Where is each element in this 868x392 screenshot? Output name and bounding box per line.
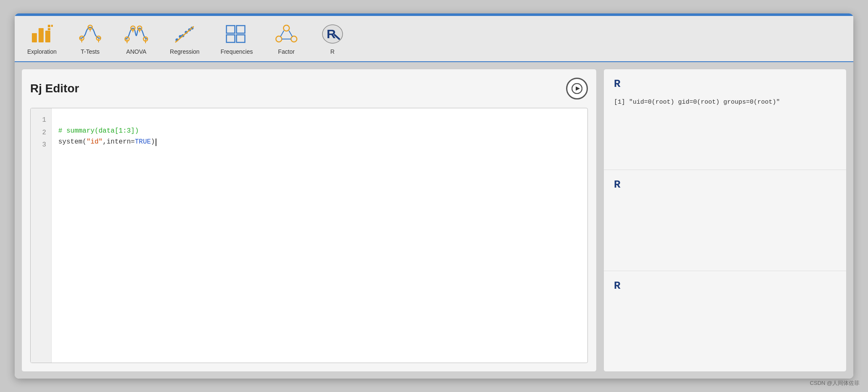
svg-point-33 [291, 36, 297, 42]
svg-rect-2 [45, 31, 50, 42]
r-icon: R [321, 22, 344, 46]
ttests-icon [78, 22, 102, 46]
regression-label: Regression [170, 48, 200, 55]
factor-icon [275, 22, 298, 46]
toolbar-item-exploration[interactable]: Exploration [23, 20, 61, 57]
output-r-label-1: R [614, 78, 836, 90]
anova-icon [125, 22, 148, 46]
toolbar-item-factor[interactable]: Factor [270, 20, 303, 57]
svg-point-32 [276, 36, 282, 42]
ttests-label: T-Tests [81, 48, 99, 55]
svg-rect-28 [236, 26, 245, 33]
output-section-1: R [1] "uid=0(root) gid=0(root) groups=0(… [604, 69, 846, 170]
anova-label: ANOVA [126, 48, 146, 55]
svg-rect-30 [236, 35, 245, 42]
output-text-2 [614, 196, 836, 203]
app-window: Exploration T-Tests [15, 13, 853, 379]
exploration-label: Exploration [27, 48, 57, 55]
output-text-3 [614, 297, 836, 304]
factor-label: Factor [278, 48, 295, 55]
svg-rect-5 [48, 28, 50, 30]
output-r-label-3: R [614, 280, 836, 292]
svg-line-34 [281, 31, 284, 37]
svg-point-31 [283, 25, 289, 31]
svg-rect-29 [226, 35, 235, 42]
svg-rect-3 [48, 25, 50, 27]
frequencies-label: Frequencies [221, 48, 253, 55]
output-panel: R [1] "uid=0(root) gid=0(root) groups=0(… [603, 69, 847, 372]
toolbar-item-r[interactable]: R R [316, 20, 349, 57]
svg-line-35 [289, 31, 292, 37]
svg-rect-1 [39, 28, 44, 42]
exploration-icon [30, 22, 54, 46]
toolbar-item-regression[interactable]: Regression [166, 20, 204, 57]
editor-panel: Rj Editor 1 2 3 [21, 69, 597, 372]
main-content: Rj Editor 1 2 3 [15, 62, 853, 379]
line-number-2: 2 [42, 128, 46, 139]
toolbar-item-anova[interactable]: ANOVA [120, 20, 153, 57]
editor-header: Rj Editor [30, 78, 588, 99]
frequencies-icon [225, 22, 248, 46]
editor-title: Rj Editor [30, 82, 79, 95]
code-line-1 [58, 115, 581, 126]
regression-icon [173, 22, 196, 46]
toolbar-item-ttests[interactable]: T-Tests [73, 20, 107, 57]
toolbar-item-frequencies[interactable]: Frequencies [216, 20, 257, 57]
r-label: R [330, 48, 335, 55]
svg-line-26 [175, 26, 194, 42]
output-r-label-2: R [614, 178, 836, 191]
code-line-2: # summary(data[1:3]) [58, 126, 581, 137]
cursor [156, 139, 156, 146]
output-section-3: R [604, 271, 846, 371]
toolbar: Exploration T-Tests [15, 16, 853, 62]
run-button[interactable] [566, 78, 588, 99]
line-number-1: 1 [42, 115, 46, 126]
code-area[interactable]: 1 2 3 # summary(data[1:3]) system ( "id" [30, 108, 588, 363]
line-number-3: 3 [42, 140, 46, 151]
code-content[interactable]: # summary(data[1:3]) system ( "id" ,inte… [52, 108, 587, 363]
output-section-2: R [604, 170, 846, 271]
output-text-1: [1] "uid=0(root) gid=0(root) groups=0(ro… [614, 95, 836, 109]
svg-rect-27 [226, 26, 235, 33]
svg-rect-0 [32, 33, 37, 42]
watermark: CSDN @人间体佐菲 [810, 379, 860, 387]
svg-rect-4 [51, 25, 53, 27]
line-numbers: 1 2 3 [31, 108, 52, 363]
code-line-3: system ( "id" ,intern = TRUE ) [58, 137, 581, 148]
svg-text:R: R [327, 27, 336, 41]
